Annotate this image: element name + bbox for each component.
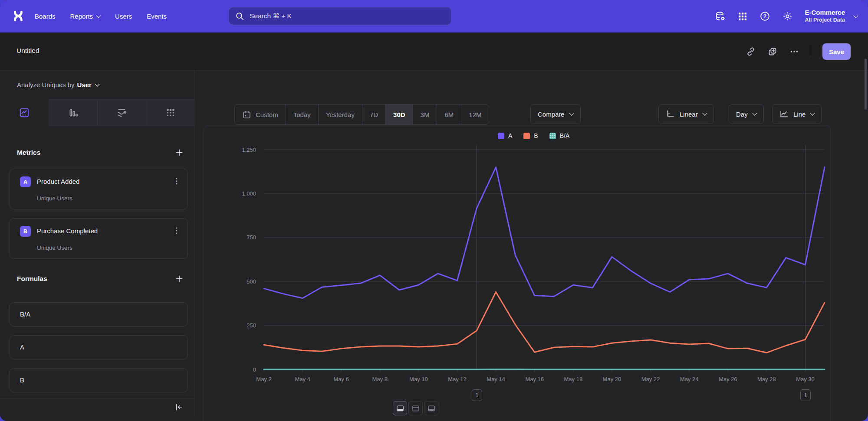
divider xyxy=(811,45,811,58)
annotation-marker[interactable]: 1 xyxy=(472,389,482,401)
chevron-down-icon xyxy=(853,13,858,18)
add-formula-button[interactable] xyxy=(174,274,184,284)
formula-card[interactable]: B/A xyxy=(10,302,188,326)
svg-text:May 10: May 10 xyxy=(409,376,428,382)
duplicate-icon[interactable] xyxy=(767,46,778,57)
report-actions: Save xyxy=(746,33,851,71)
layout-toggle-chart-only[interactable] xyxy=(424,401,438,415)
project-subtitle: All Project Data xyxy=(805,17,845,24)
chevron-down-icon xyxy=(810,111,815,115)
breakdown-tab-icon xyxy=(165,107,176,118)
svg-text:1,250: 1,250 xyxy=(242,147,256,153)
analyze-entity-value: User xyxy=(77,81,92,88)
kebab-menu-icon[interactable] xyxy=(172,176,181,186)
annotation-marker[interactable]: 1 xyxy=(800,389,811,401)
svg-text:May 28: May 28 xyxy=(757,376,776,382)
more-options-icon[interactable] xyxy=(789,46,799,57)
analyze-entity-dropdown[interactable]: User xyxy=(77,81,99,88)
layout-toggle-chart-and-table[interactable] xyxy=(393,401,407,415)
formula-name: A xyxy=(20,343,24,351)
plus-icon xyxy=(175,274,184,283)
formula-card[interactable]: B xyxy=(10,368,188,392)
report-title[interactable]: Untitled xyxy=(16,47,39,55)
metric-card-a[interactable]: A Product Added Unique Users xyxy=(10,169,188,209)
project-text: E-Commerce All Project Data xyxy=(805,9,845,23)
svg-text:1,000: 1,000 xyxy=(242,190,256,197)
formulas-section-title: Formulas xyxy=(17,275,47,283)
chevron-down-icon xyxy=(752,111,757,115)
tab-flows[interactable] xyxy=(97,99,146,126)
search-input[interactable]: Search ⌘ + K xyxy=(229,7,451,25)
granularity-label: Day xyxy=(736,111,748,118)
copy-link-icon[interactable] xyxy=(746,46,756,57)
svg-text:May 18: May 18 xyxy=(564,376,583,382)
metric-badge: A xyxy=(20,176,31,187)
nav-item-boards[interactable]: Boards xyxy=(35,13,56,20)
nav-item-users[interactable]: Users xyxy=(115,13,132,20)
chevron-down-icon xyxy=(95,82,99,86)
apps-grid-icon[interactable] xyxy=(737,11,748,22)
nav-item-label: Boards xyxy=(35,13,56,20)
formula-name: B xyxy=(20,376,24,384)
mixpanel-logo[interactable] xyxy=(10,7,27,25)
svg-text:May 16: May 16 xyxy=(525,376,544,382)
svg-text:May 22: May 22 xyxy=(641,376,660,382)
svg-text:May 26: May 26 xyxy=(719,376,737,382)
nav-item-label: Reports xyxy=(70,13,93,20)
svg-text:May 30: May 30 xyxy=(796,376,815,382)
chevron-down-icon xyxy=(702,111,707,115)
svg-text:500: 500 xyxy=(247,278,256,285)
tab-breakdown[interactable] xyxy=(146,99,195,126)
svg-text:May 20: May 20 xyxy=(603,376,621,382)
nav-item-label: Users xyxy=(115,13,132,20)
metric-measurement[interactable]: Unique Users xyxy=(37,245,72,251)
scrollbar-thumb[interactable] xyxy=(865,59,867,110)
tab-insights[interactable] xyxy=(0,99,49,126)
svg-text:May 24: May 24 xyxy=(680,376,699,382)
nav-menu: Boards Reports Users Events xyxy=(35,0,167,33)
analyze-label: Analyze Uniques by xyxy=(17,81,75,88)
search-icon xyxy=(235,12,244,21)
svg-text:?: ? xyxy=(763,13,766,20)
report-header: Untitled Save xyxy=(0,33,868,71)
save-button[interactable]: Save xyxy=(822,43,851,60)
layout-toggle-split[interactable] xyxy=(408,401,423,415)
add-metric-button[interactable] xyxy=(174,147,184,158)
metric-name: Purchase Completed xyxy=(37,227,98,235)
collapse-sidebar-icon[interactable] xyxy=(174,402,184,412)
line-chart[interactable]: 02505007501,0001,250May 2May 4May 6May 8… xyxy=(200,117,864,401)
compare-label: Compare xyxy=(538,111,565,118)
chart-area: Custom Today Yesterday 7D 30D 3M 6M 12M … xyxy=(195,71,868,421)
plus-icon xyxy=(175,148,184,157)
formula-card[interactable]: A xyxy=(10,335,188,359)
kebab-menu-icon[interactable] xyxy=(172,226,181,235)
metric-card-b[interactable]: B Purchase Completed Unique Users xyxy=(10,218,188,259)
panel-footer xyxy=(0,398,195,417)
metric-badge: B xyxy=(20,226,31,237)
data-management-icon[interactable] xyxy=(715,11,726,22)
chevron-down-icon xyxy=(96,13,101,18)
app-frame: Boards Reports Users Events Search ⌘ + K… xyxy=(0,0,868,421)
formula-name: B/A xyxy=(20,310,30,318)
layout-toggles xyxy=(393,401,438,415)
top-nav: Boards Reports Users Events Search ⌘ + K… xyxy=(0,0,868,33)
analyze-row: Analyze Uniques by User xyxy=(0,71,194,99)
svg-text:May 6: May 6 xyxy=(334,376,349,382)
svg-text:May 12: May 12 xyxy=(448,376,467,382)
scale-label: Linear xyxy=(680,111,698,118)
project-selector[interactable]: E-Commerce All Project Data xyxy=(805,9,858,23)
svg-text:May 4: May 4 xyxy=(295,376,310,382)
tab-funnels[interactable] xyxy=(49,99,98,126)
query-panel: Analyze Uniques by User Metrics A Produc… xyxy=(0,71,195,417)
nav-right: ? E-Commerce All Project Data xyxy=(715,0,858,33)
nav-item-events[interactable]: Events xyxy=(147,13,167,20)
nav-item-reports[interactable]: Reports xyxy=(70,13,101,20)
help-icon[interactable]: ? xyxy=(760,11,770,22)
svg-text:0: 0 xyxy=(253,366,256,373)
svg-text:May 2: May 2 xyxy=(256,376,271,382)
metric-measurement[interactable]: Unique Users xyxy=(37,195,72,202)
svg-text:May 14: May 14 xyxy=(487,376,505,382)
insights-tab-icon xyxy=(19,107,30,118)
flow-tab-icon xyxy=(116,107,128,118)
settings-gear-icon[interactable] xyxy=(782,11,793,22)
